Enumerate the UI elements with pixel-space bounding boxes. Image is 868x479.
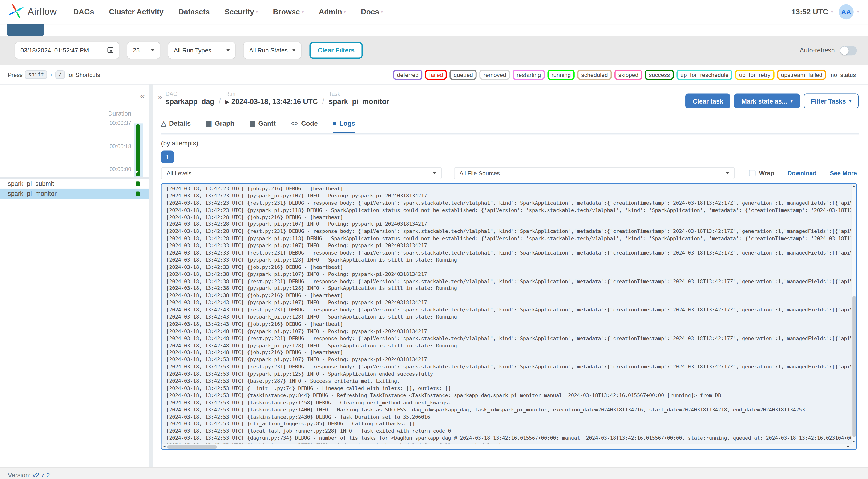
chevron-down-icon [226,49,230,51]
log-line: [2024-03-18, 13:42:53 UTC] {taskinstance… [166,392,851,399]
task-list: spark_pi_submit spark_pi_monitor [0,179,150,198]
wrap-checkbox[interactable] [749,170,756,177]
attempt-1-button[interactable]: 1 [161,151,174,163]
see-more-link[interactable]: See More [830,170,857,177]
scroll-up-icon[interactable]: ▲ [851,184,856,188]
chart-baseline [0,177,150,179]
nav-menu: DAGs Cluster Activity Datasets Security … [73,8,383,16]
tab-label: Code [301,119,318,127]
shortcuts-suffix: for Shortcuts [67,71,100,78]
nav-menu-item[interactable]: Admin ▾ [319,8,346,16]
status-badge[interactable]: success [645,70,674,79]
log-line: [2024-03-18, 13:42:33 UTC] {job.py:216} … [166,264,851,271]
nav-menu-item[interactable]: Browse ▾ [273,8,304,16]
run-states-select[interactable]: All Run States [244,42,301,59]
log-line: [2024-03-18, 13:42:43 UTC] {job.py:216} … [166,321,851,328]
calendar-icon[interactable] [107,46,114,54]
status-badge[interactable]: failed [425,70,447,79]
dag-id: sparkapp_dag [165,97,214,106]
status-badge[interactable]: up_for_retry [735,70,774,79]
user-menu[interactable]: AA ▾ [839,4,859,19]
status-badge[interactable]: scheduled [578,70,612,79]
panel-splitter[interactable] [150,85,153,468]
log-line: [2024-03-18, 13:42:48 UTC] {pyspark_pi.p… [166,328,851,335]
log-line: [2024-03-18, 13:42:53 UTC] {taskinstance… [166,414,851,421]
log-line: [2024-03-18, 13:42:43 UTC] {pyspark_pi.p… [166,299,851,307]
task-row[interactable]: spark_pi_submit [0,179,150,189]
page-size-select[interactable]: 25 [127,42,160,59]
scroll-down-icon[interactable]: ▼ [851,440,856,443]
file-source-select[interactable]: All File Sources [454,167,735,179]
tab[interactable]: ≡ Logs [333,118,355,133]
log-output: [2024-03-18, 13:42:23 UTC] {job.py:216} … [162,184,851,444]
log-line: [2024-03-18, 13:42:28 UTC] {job.py:216} … [166,214,851,221]
breadcrumb-task[interactable]: Task spark_pi_monitor [329,91,390,106]
nav-menu-item[interactable]: Security ▾ [225,8,258,16]
task-status-square[interactable] [135,191,140,196]
breadcrumb-run[interactable]: Run ▶ 2024-03-18, 13:42:16 UTC [225,91,318,106]
scroll-left-icon[interactable]: ◄ [163,445,166,448]
nav-menu-item[interactable]: Datasets [179,8,210,16]
task-status-square[interactable] [135,182,140,186]
tab[interactable]: ▤ Gantt [249,118,276,133]
log-line: [2024-03-18, 13:42:43 UTC] {rest.py:231}… [166,307,851,314]
footer: Version: v2.7.2 [0,468,868,479]
status-badge[interactable]: upstream_failed [777,70,826,79]
chevron-down-icon: ▾ [790,99,793,103]
auto-refresh-toggle[interactable] [840,45,857,55]
log-line: [2024-03-18, 13:42:28 UTC] {pyspark_pi.p… [166,221,851,228]
task-row[interactable]: spark_pi_monitor [0,189,150,198]
run-types-select[interactable]: All Run Types [168,42,236,59]
duration-axis-label: Duration [108,110,131,117]
status-badge[interactable]: restarting [513,70,545,79]
log-line: [2024-03-18, 13:42:53 UTC] {base.py:287}… [166,378,851,385]
clear-filters-button[interactable]: Clear Filters [309,42,363,59]
log-line: [2024-03-18, 13:42:53 UTC] {taskinstance… [166,406,851,413]
nav-menu-item[interactable]: DAGs [73,8,94,16]
clock-value: 13:52 UTC [792,8,828,16]
mark-state-as-button[interactable]: Mark state as... ▾ [734,93,800,108]
log-level-select[interactable]: All Levels [161,167,442,179]
horizontal-scrollbar[interactable]: ◄ ► [162,444,851,449]
chevron-down-icon [433,172,436,174]
version-link[interactable]: v2.7.2 [32,472,50,479]
scroll-right-icon[interactable]: ► [846,445,850,448]
filter-tasks-button[interactable]: Filter Tasks ▾ [804,93,859,108]
status-badge[interactable]: deferred [393,70,423,79]
nav-menu-item[interactable]: Cluster Activity [109,8,164,16]
log-line: [2024-03-18, 13:42:38 UTC] {pyspark_pi.p… [166,285,851,292]
nav-menu-item[interactable]: Docs ▾ [361,8,383,16]
download-link[interactable]: Download [787,170,817,177]
clock-menu[interactable]: 13:52 UTC ▾ [792,8,833,16]
clear-task-button[interactable]: Clear task [686,93,730,108]
chevron-down-icon: ▾ [849,99,851,103]
status-badge[interactable]: up_for_reschedule [677,70,733,79]
task-detail-panel: » DAG sparkapp_dag / Run ▶ 2024-03-18, 1… [153,85,868,468]
collapse-sidebar-icon[interactable]: « [140,91,145,101]
breadcrumb-dag[interactable]: DAG sparkapp_dag [165,91,214,106]
log-output-box: [2024-03-18, 13:42:23 UTC] {job.py:216} … [161,183,857,450]
horizontal-scrollbar-thumb[interactable] [167,445,217,448]
base-date-input[interactable]: 03/18/2024, 01:52:47 PM [15,42,119,59]
log-line: [2024-03-18, 13:42:38 UTC] {pyspark_pi.p… [166,271,851,278]
grid-button-partial[interactable] [7,24,44,37]
tab-icon: ≡ [333,119,336,127]
log-line: [2024-03-18, 13:42:53 UTC] {__init__.py:… [166,385,851,392]
status-badge[interactable]: skipped [615,70,642,79]
status-badge[interactable]: queued [450,70,477,79]
status-badge[interactable]: no_status [829,71,856,78]
expand-panel-icon[interactable]: » [158,92,162,101]
tab[interactable]: <> Code [290,118,318,133]
status-badge[interactable]: running [548,70,575,79]
tab[interactable]: ▦ Graph [206,118,235,133]
airflow-brand[interactable]: Airflow [8,3,57,22]
tab[interactable]: △ Details [161,118,191,133]
tab-label: Logs [339,119,355,127]
dag-run-duration-bar[interactable] [135,124,140,176]
manual-run-play-icon: ▶ [225,99,229,104]
log-level-value: All Levels [167,170,192,177]
status-badge[interactable]: removed [479,70,510,79]
auto-refresh-control: Auto-refresh [800,45,857,55]
vertical-scrollbar[interactable]: ▲ ▼ [851,184,857,444]
vertical-scrollbar-thumb[interactable] [852,296,856,437]
